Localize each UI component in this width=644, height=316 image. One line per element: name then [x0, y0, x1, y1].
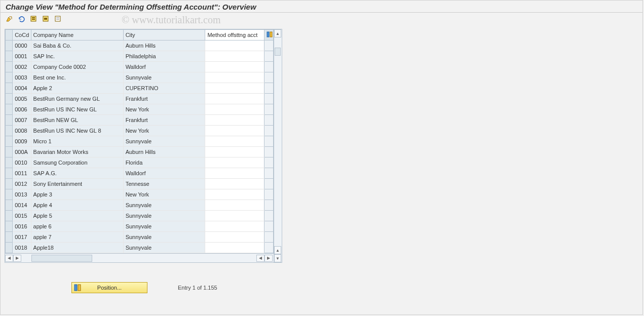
other-entry-icon[interactable]: [4, 14, 15, 24]
table-row[interactable]: 0005BestRun Germany new GLFrankfurt: [6, 94, 274, 104]
cell-method[interactable]: [205, 83, 264, 94]
vscroll-up-icon[interactable]: ▲: [274, 29, 281, 37]
table-row[interactable]: 0004Apple 2CUPERTINO: [6, 83, 274, 94]
table-row[interactable]: 0010Samsung CorporationFlorida: [6, 157, 274, 168]
row-selector[interactable]: [6, 243, 13, 253]
cell-city: CUPERTINO: [123, 83, 205, 94]
row-selector[interactable]: [6, 147, 13, 157]
cell-method[interactable]: [205, 157, 264, 168]
table-config-icon[interactable]: [264, 30, 273, 41]
row-selector[interactable]: [6, 41, 13, 51]
cell-city: Florida: [123, 157, 205, 168]
table-row[interactable]: 0012Sony EntertainmentTennesse: [6, 179, 274, 189]
hscroll-right-icon[interactable]: ▶: [13, 255, 21, 262]
table-row[interactable]: 0001SAP Inc.Philadelphia: [6, 51, 274, 62]
select-all-icon[interactable]: [28, 14, 39, 24]
table-row[interactable]: 0000Sai Baba & Co.Auburn Hills: [6, 41, 274, 51]
table-row[interactable]: 0003Best one Inc.Sunnyvale: [6, 72, 274, 83]
cell-method[interactable]: [205, 115, 264, 126]
cell-cocd: 0017: [13, 232, 31, 243]
cell-method[interactable]: [205, 179, 264, 189]
hscroll-left-icon[interactable]: ◀: [5, 255, 13, 262]
table-row[interactable]: 000ABavarian Motor WorksAuburn Hills: [6, 147, 274, 157]
table-row[interactable]: 0008BestRun US INC New GL 8New York: [6, 126, 274, 136]
select-block-icon[interactable]: [40, 14, 51, 24]
cell-method[interactable]: [205, 189, 264, 200]
row-selector[interactable]: [6, 179, 13, 189]
row-selector[interactable]: [6, 168, 13, 179]
table-row[interactable]: 0018Apple18Sunnyvale: [6, 243, 274, 253]
column-header-method[interactable]: Method offsttng acct: [205, 30, 264, 41]
row-selector[interactable]: [6, 115, 13, 126]
table-row[interactable]: 0007BestRun NEW GLFrankfurt: [6, 115, 274, 126]
table-row[interactable]: 0009Micro 1Sunnyvale: [6, 136, 274, 147]
cell-name: BestRun Germany new GL: [31, 94, 123, 104]
cell-name: Sai Baba & Co.: [31, 41, 123, 51]
cell-city: Sunnyvale: [123, 200, 205, 211]
column-header-city[interactable]: City: [123, 30, 205, 41]
cell-method[interactable]: [205, 243, 264, 253]
undo-icon[interactable]: [16, 14, 27, 24]
cell-method[interactable]: [205, 168, 264, 179]
cell-name: Bavarian Motor Works: [31, 147, 123, 157]
cell-method[interactable]: [205, 104, 264, 115]
row-selector[interactable]: [6, 62, 13, 72]
row-selector[interactable]: [6, 189, 13, 200]
row-selector[interactable]: [6, 72, 13, 83]
cell-method[interactable]: [205, 136, 264, 147]
row-selector[interactable]: [6, 136, 13, 147]
table-row[interactable]: 0013Apple 3New York: [6, 189, 274, 200]
deselect-all-icon[interactable]: [52, 14, 63, 24]
vscroll-down-icon[interactable]: ▼: [274, 254, 281, 262]
row-selector[interactable]: [6, 126, 13, 136]
svg-rect-9: [270, 32, 272, 37]
vertical-scrollbar[interactable]: ▲ ▲ ▼: [274, 29, 282, 262]
table-row[interactable]: 0016apple 6Sunnyvale: [6, 221, 274, 232]
cell-name: BestRun US INC New GL: [31, 104, 123, 115]
row-selector[interactable]: [6, 104, 13, 115]
cell-method[interactable]: [205, 51, 264, 62]
cell-method[interactable]: [205, 41, 264, 51]
cell-name: Company Code 0002: [31, 62, 123, 72]
row-selector[interactable]: [6, 221, 13, 232]
row-selector[interactable]: [6, 94, 13, 104]
cell-method[interactable]: [205, 94, 264, 104]
vscroll-thumb[interactable]: [275, 48, 281, 56]
row-selector[interactable]: [6, 200, 13, 211]
table-row[interactable]: 0015Apple 5Sunnyvale: [6, 211, 274, 221]
row-selector[interactable]: [6, 51, 13, 62]
cell-method[interactable]: [205, 147, 264, 157]
row-trailing-cell: [264, 136, 273, 147]
row-selector[interactable]: [6, 83, 13, 94]
hscroll-right2-icon[interactable]: ▶: [264, 255, 273, 262]
cell-method[interactable]: [205, 72, 264, 83]
cell-city: New York: [123, 104, 205, 115]
row-trailing-cell: [264, 200, 273, 211]
cell-name: Apple 5: [31, 211, 123, 221]
row-selector[interactable]: [6, 157, 13, 168]
cell-method[interactable]: [205, 62, 264, 72]
cell-method[interactable]: [205, 126, 264, 136]
vscroll-up2-icon[interactable]: ▲: [274, 246, 281, 254]
row-selector[interactable]: [6, 211, 13, 221]
cell-method[interactable]: [205, 221, 264, 232]
table-row[interactable]: 0011SAP A.G.Walldorf: [6, 168, 274, 179]
hscroll-left2-icon[interactable]: ◀: [256, 255, 264, 262]
table-row[interactable]: 0002Company Code 0002Walldorf: [6, 62, 274, 72]
column-header-company-name[interactable]: Company Name: [31, 30, 123, 41]
column-header-cocd[interactable]: CoCd: [13, 30, 31, 41]
cell-method[interactable]: [205, 200, 264, 211]
cell-name: BestRun US INC New GL 8: [31, 126, 123, 136]
cell-name: BestRun NEW GL: [31, 115, 123, 126]
table-row[interactable]: 0017apple 7Sunnyvale: [6, 232, 274, 243]
horizontal-scrollbar[interactable]: ◀ ▶ ◀ ▶: [5, 253, 274, 262]
row-selector-header[interactable]: [6, 30, 13, 41]
cell-method[interactable]: [205, 211, 264, 221]
table-row[interactable]: 0006BestRun US INC New GLNew York: [6, 104, 274, 115]
row-selector[interactable]: [6, 232, 13, 243]
position-button[interactable]: Position...: [71, 282, 147, 293]
cell-method[interactable]: [205, 232, 264, 243]
hscroll-thumb[interactable]: [31, 255, 92, 262]
table-row[interactable]: 0014Apple 4Sunnyvale: [6, 200, 274, 211]
cell-cocd: 0013: [13, 189, 31, 200]
